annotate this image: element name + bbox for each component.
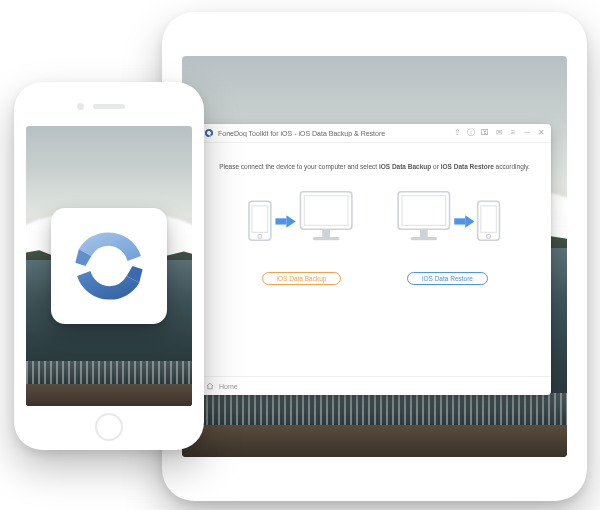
phone-camera xyxy=(77,103,84,110)
app-window: FoneDog Toolkit for iOS - iOS Data Backu… xyxy=(198,124,551,395)
title-icons: ⇪ ⓘ ⚿ ✉ ≡ ─ ✕ xyxy=(453,129,545,137)
app-tile[interactable] xyxy=(51,208,167,324)
svg-marker-14 xyxy=(465,215,474,227)
svg-rect-5 xyxy=(300,192,351,229)
svg-rect-6 xyxy=(304,196,348,226)
svg-rect-1 xyxy=(252,206,268,233)
titlebar: FoneDog Toolkit for iOS - iOS Data Backu… xyxy=(198,124,551,143)
backup-illustration-icon xyxy=(247,184,357,262)
menu-icon[interactable]: ≡ xyxy=(509,129,517,137)
key-icon[interactable]: ⚿ xyxy=(481,129,489,137)
close-icon[interactable]: ✕ xyxy=(537,129,545,137)
phone-home-button[interactable] xyxy=(95,413,123,441)
svg-rect-12 xyxy=(410,237,437,240)
app-logo-icon xyxy=(204,128,214,138)
option-restore[interactable]: iOS Data Restore xyxy=(393,184,503,285)
svg-rect-13 xyxy=(454,218,465,224)
phone-screen xyxy=(26,126,192,406)
footer-home-label[interactable]: Home xyxy=(219,383,238,390)
instruction-strong-2: iOS Data Restore xyxy=(441,163,494,170)
home-icon[interactable] xyxy=(206,382,214,390)
option-backup[interactable]: iOS Data Backup xyxy=(247,184,357,285)
restore-button[interactable]: iOS Data Restore xyxy=(407,272,488,285)
footer: Home xyxy=(198,376,551,395)
svg-point-17 xyxy=(486,234,490,238)
sync-logo-icon xyxy=(67,224,151,308)
tablet-frame: FoneDog Toolkit for iOS - iOS Data Backu… xyxy=(162,12,587,501)
restore-illustration-icon xyxy=(393,184,503,262)
svg-point-2 xyxy=(257,234,261,238)
instruction-mid: or xyxy=(431,163,440,170)
svg-rect-16 xyxy=(480,206,496,233)
minimize-icon[interactable]: ─ xyxy=(523,129,531,137)
phone-speaker xyxy=(93,104,125,109)
app-body: Please connect the device to your comput… xyxy=(198,143,551,376)
instruction-strong-1: iOS Data Backup xyxy=(379,163,431,170)
share-icon[interactable]: ⇪ xyxy=(453,129,461,137)
option-row: iOS Data Backup xyxy=(247,184,503,285)
window-title: FoneDog Toolkit for iOS - iOS Data Backu… xyxy=(218,130,453,137)
phone-frame xyxy=(14,82,204,450)
svg-rect-9 xyxy=(398,192,449,229)
tablet-screen: FoneDog Toolkit for iOS - iOS Data Backu… xyxy=(182,56,567,457)
svg-rect-8 xyxy=(312,237,339,240)
backup-button[interactable]: iOS Data Backup xyxy=(262,272,342,285)
feedback-icon[interactable]: ✉ xyxy=(495,129,503,137)
info-icon[interactable]: ⓘ xyxy=(467,129,475,137)
instruction-prefix: Please connect the device to your comput… xyxy=(219,163,379,170)
svg-rect-7 xyxy=(322,229,330,237)
instruction-suffix: accordingly. xyxy=(494,163,530,170)
svg-rect-3 xyxy=(275,218,286,224)
svg-rect-10 xyxy=(401,196,445,226)
instruction-text: Please connect the device to your comput… xyxy=(219,163,530,170)
svg-rect-11 xyxy=(419,229,427,237)
svg-marker-4 xyxy=(286,215,295,227)
